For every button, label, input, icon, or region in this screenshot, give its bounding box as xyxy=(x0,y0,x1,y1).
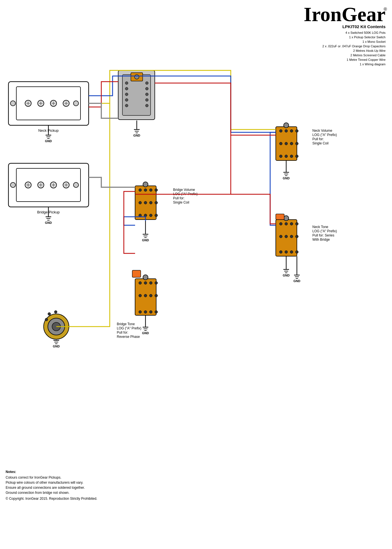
svg-point-80 xyxy=(149,189,152,191)
svg-text:GND: GND xyxy=(133,134,140,137)
svg-point-138 xyxy=(54,311,57,313)
svg-point-79 xyxy=(144,189,147,191)
svg-point-104 xyxy=(279,251,282,253)
svg-point-51 xyxy=(125,93,128,96)
svg-point-50 xyxy=(125,87,128,90)
svg-text:Pickup wire colours of other m: Pickup wire colours of other manufacture… xyxy=(6,481,83,485)
svg-point-43 xyxy=(73,182,79,188)
svg-rect-109 xyxy=(276,214,284,220)
svg-point-67 xyxy=(295,142,298,145)
svg-text:Bridge Tone: Bridge Tone xyxy=(117,322,135,326)
svg-text:GND: GND xyxy=(45,221,52,224)
svg-point-97 xyxy=(285,222,288,225)
svg-text:Single Coil: Single Coil xyxy=(312,141,328,145)
svg-text:Ensure all ground connections : Ensure all ground connections are solder… xyxy=(6,486,85,490)
svg-point-122 xyxy=(155,294,158,297)
svg-point-115 xyxy=(139,282,142,284)
svg-point-68 xyxy=(279,155,282,158)
svg-point-52 xyxy=(125,99,128,101)
svg-point-85 xyxy=(155,201,158,204)
svg-point-100 xyxy=(279,235,282,238)
svg-point-56 xyxy=(145,93,148,96)
svg-point-101 xyxy=(285,235,288,238)
svg-point-63 xyxy=(295,130,298,132)
svg-point-48 xyxy=(135,75,139,79)
svg-text:Colours correct for IronGear P: Colours correct for IronGear Pickups. xyxy=(6,476,61,479)
svg-text:GND: GND xyxy=(294,279,301,283)
svg-point-65 xyxy=(285,142,288,145)
svg-point-121 xyxy=(149,294,152,297)
svg-point-90 xyxy=(143,182,148,187)
svg-text:GND: GND xyxy=(283,274,290,277)
svg-point-89 xyxy=(155,214,158,217)
svg-point-83 xyxy=(144,201,147,204)
svg-point-66 xyxy=(290,142,293,145)
svg-point-102 xyxy=(290,235,293,238)
svg-point-84 xyxy=(149,201,152,204)
svg-text:Ground connection from bridge : Ground connection from bridge not shown. xyxy=(6,491,70,495)
svg-point-49 xyxy=(125,82,128,84)
svg-point-69 xyxy=(285,155,288,158)
svg-text:1 x Pickup Selector Switch: 1 x Pickup Selector Switch xyxy=(349,35,386,39)
svg-point-70 xyxy=(290,155,293,158)
svg-text:GND: GND xyxy=(142,238,149,242)
svg-text:With Bridge: With Bridge xyxy=(312,238,330,242)
svg-text:2 Metres Screened Cable: 2 Metres Screened Cable xyxy=(350,53,386,57)
svg-point-105 xyxy=(285,251,288,253)
svg-text:2 Metres Hook-Up Wire: 2 Metres Hook-Up Wire xyxy=(353,49,386,52)
svg-point-103 xyxy=(295,235,298,238)
svg-point-120 xyxy=(144,294,147,297)
svg-point-119 xyxy=(139,294,142,297)
svg-text:Pull for: Series: Pull for: Series xyxy=(312,233,334,237)
svg-point-117 xyxy=(149,282,152,284)
svg-point-99 xyxy=(295,222,298,225)
svg-point-82 xyxy=(139,201,142,204)
svg-point-127 xyxy=(143,275,148,280)
svg-point-58 xyxy=(145,104,148,107)
svg-text:Single Coil: Single Coil xyxy=(173,200,189,204)
svg-text:Reverse Phase: Reverse Phase xyxy=(117,335,140,339)
svg-text:Neck Tone: Neck Tone xyxy=(312,225,328,229)
svg-point-57 xyxy=(145,99,148,101)
svg-point-126 xyxy=(155,311,158,313)
svg-text:1 x Mono Socket: 1 x Mono Socket xyxy=(362,40,386,43)
svg-point-137 xyxy=(48,313,51,315)
svg-point-98 xyxy=(290,222,293,225)
svg-point-62 xyxy=(290,130,293,132)
svg-point-125 xyxy=(149,311,152,313)
svg-point-123 xyxy=(139,311,142,313)
svg-point-116 xyxy=(144,282,147,284)
svg-text:LOG ("A" Prefix): LOG ("A" Prefix) xyxy=(312,133,337,137)
svg-text:Notes:: Notes: xyxy=(6,470,16,474)
svg-point-118 xyxy=(155,282,158,284)
svg-point-61 xyxy=(285,130,288,132)
svg-text:Pull for:: Pull for: xyxy=(312,137,324,141)
svg-text:GND: GND xyxy=(53,345,60,348)
svg-point-136 xyxy=(45,318,48,321)
svg-point-53 xyxy=(125,104,128,107)
svg-point-88 xyxy=(149,214,152,217)
svg-text:2 x .022uF or .047uF Orange Dr: 2 x .022uF or .047uF Orange Drop Capacit… xyxy=(322,44,386,48)
svg-point-26 xyxy=(73,101,79,106)
svg-point-107 xyxy=(295,251,298,253)
svg-text:1 x Wiring diagram: 1 x Wiring diagram xyxy=(360,63,386,66)
svg-point-55 xyxy=(145,87,148,90)
svg-point-78 xyxy=(139,189,142,191)
svg-text:Pull for:: Pull for: xyxy=(117,331,128,334)
svg-point-54 xyxy=(145,82,148,84)
svg-text:1 Metre Tinned Copper Wire: 1 Metre Tinned Copper Wire xyxy=(347,58,386,61)
svg-text:GND: GND xyxy=(142,331,149,335)
svg-text:LOG ("A" Prefix): LOG ("A" Prefix) xyxy=(312,229,337,233)
svg-text:4 x Switched 500K LOG Pots: 4 x Switched 500K LOG Pots xyxy=(346,31,386,34)
svg-text:Pull for:: Pull for: xyxy=(173,196,185,200)
svg-point-72 xyxy=(284,123,289,128)
svg-point-81 xyxy=(155,189,158,191)
svg-text:GND: GND xyxy=(45,139,52,143)
svg-text:LOG ("A" Prefix): LOG ("A" Prefix) xyxy=(117,326,141,330)
svg-point-96 xyxy=(279,222,282,225)
svg-point-124 xyxy=(144,311,147,313)
svg-text:LPKIT02 Kit Contents: LPKIT02 Kit Contents xyxy=(342,24,386,29)
svg-point-60 xyxy=(279,130,282,132)
svg-point-64 xyxy=(279,142,282,145)
svg-text:© Copyright. IronGear 2015.  R: © Copyright. IronGear 2015. Reproduction… xyxy=(6,497,97,501)
